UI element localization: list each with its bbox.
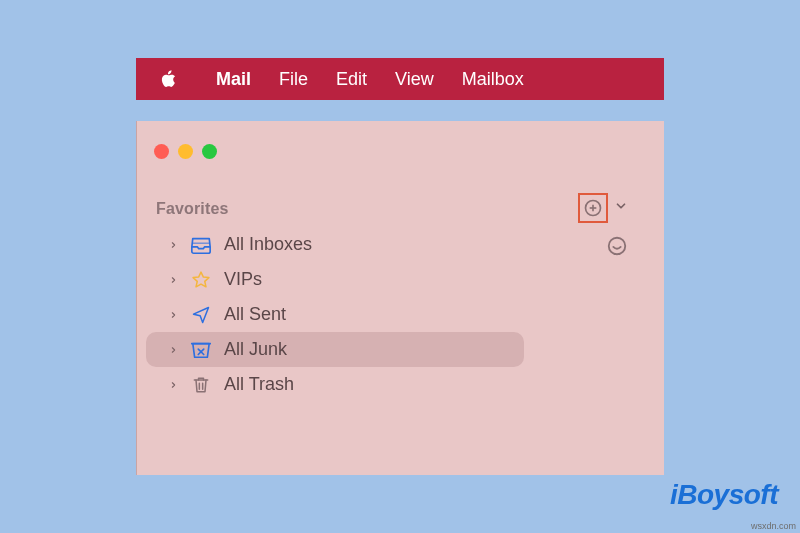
favorites-list: All Inboxes VIPs All Sent	[137, 227, 664, 402]
window-close-button[interactable]	[154, 144, 169, 159]
chevron-right-icon[interactable]	[168, 275, 178, 285]
apple-menu-icon[interactable]	[158, 69, 178, 89]
menubar-item-edit[interactable]: Edit	[322, 65, 381, 94]
send-icon	[190, 305, 212, 325]
junk-icon	[190, 340, 212, 360]
add-mailbox-group	[578, 193, 628, 223]
tutorial-highlight-box	[578, 193, 608, 223]
sidebar-item-all-trash[interactable]: All Trash	[146, 367, 524, 402]
window-minimize-button[interactable]	[178, 144, 193, 159]
chevron-right-icon[interactable]	[168, 380, 178, 390]
sidebar-item-label: All Inboxes	[224, 234, 312, 255]
sidebar-item-label: All Trash	[224, 374, 294, 395]
sidebar-item-all-sent[interactable]: All Sent	[146, 297, 524, 332]
sidebar-item-label: All Sent	[224, 304, 286, 325]
menubar: Mail File Edit View Mailbox	[136, 58, 664, 100]
window-zoom-button[interactable]	[202, 144, 217, 159]
mail-window: Favorites	[136, 121, 664, 475]
chevron-right-icon[interactable]	[168, 345, 178, 355]
chevron-right-icon[interactable]	[168, 240, 178, 250]
menubar-app-name[interactable]: Mail	[202, 65, 265, 94]
trash-icon	[190, 375, 212, 395]
chevron-right-icon[interactable]	[168, 310, 178, 320]
sidebar-item-all-junk[interactable]: All Junk	[146, 332, 524, 367]
watermark-source: wsxdn.com	[751, 521, 796, 531]
sidebar-section-title: Favorites	[156, 200, 229, 218]
star-icon	[190, 270, 212, 290]
sidebar-item-all-inboxes[interactable]: All Inboxes	[146, 227, 524, 262]
menubar-item-view[interactable]: View	[381, 65, 448, 94]
watermark-brand: iBoysoft	[670, 479, 778, 511]
chevron-down-icon[interactable]	[614, 199, 628, 217]
inbox-icon	[190, 235, 212, 255]
menubar-item-mailbox[interactable]: Mailbox	[448, 65, 538, 94]
window-controls	[154, 144, 217, 159]
sidebar-item-label: All Junk	[224, 339, 287, 360]
sidebar-item-label: VIPs	[224, 269, 262, 290]
add-mailbox-button[interactable]	[583, 198, 603, 218]
menubar-item-file[interactable]: File	[265, 65, 322, 94]
sidebar-item-vips[interactable]: VIPs	[146, 262, 524, 297]
